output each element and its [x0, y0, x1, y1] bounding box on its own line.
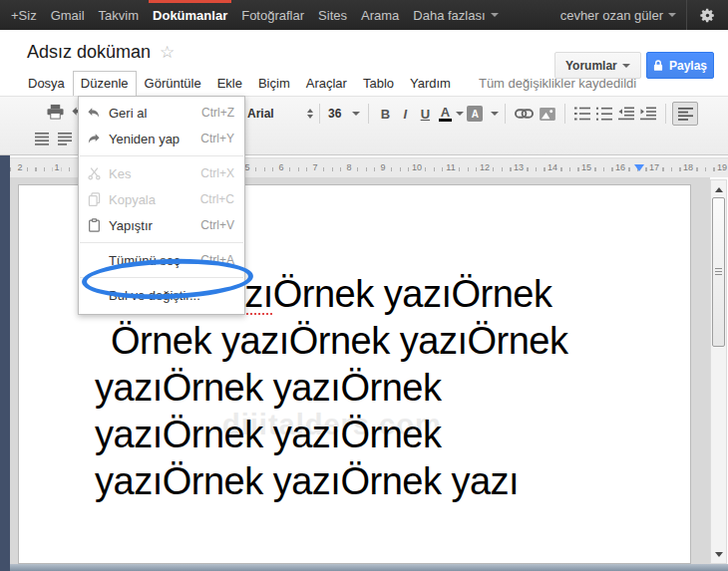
ruler-number: 14: [546, 162, 559, 172]
menu-item-yapistir[interactable]: Yapıştır Ctrl+V: [79, 212, 244, 238]
vertical-scrollbar[interactable]: [710, 179, 727, 564]
topbar-item-plus-siz[interactable]: +Siz: [4, 0, 44, 30]
doc-line-3: yazıÖrnek yazıÖrnek: [95, 365, 567, 412]
ruler-number: 8: [344, 162, 353, 172]
menu-yardim[interactable]: Yardım: [402, 71, 459, 96]
bulleted-list-icon: [596, 107, 612, 121]
ruler-number: 2: [15, 162, 24, 172]
menu-item-label: Kopyala: [109, 192, 200, 207]
menu-item-shortcut: Ctrl+Z: [201, 106, 244, 120]
share-button[interactable]: Paylaş: [646, 52, 714, 79]
ruler-number: 18: [681, 162, 695, 172]
justify-button[interactable]: [58, 133, 72, 145]
image-icon: [540, 108, 555, 121]
document-title-row: Adsız doküman: [27, 42, 175, 63]
topbar-item-gmail[interactable]: Gmail: [44, 0, 92, 30]
redo-icon: [79, 133, 109, 144]
chevron-down-icon: [622, 64, 630, 68]
ruler-number: 19: [715, 162, 728, 172]
font-size-select[interactable]: 36: [328, 107, 360, 121]
numbered-list-button[interactable]: [571, 102, 593, 126]
menu-goruntule[interactable]: Görüntüle: [137, 71, 209, 96]
link-icon: [515, 109, 534, 119]
google-topbar: +Siz Gmail Takvim Dokümanlar Fotoğraflar…: [0, 0, 728, 30]
print-button[interactable]: [47, 104, 64, 120]
insert-link-button[interactable]: [512, 102, 537, 126]
menu-item-shortcut: Ctrl+C: [200, 192, 244, 206]
highlight-color-button[interactable]: A: [464, 102, 486, 126]
bold-button[interactable]: B: [375, 102, 395, 126]
menu-item-shortcut: Ctrl+Y: [200, 132, 244, 145]
highlight-letter: A: [472, 109, 479, 120]
menu-dosya[interactable]: Dosya: [20, 71, 73, 96]
copy-icon: [79, 192, 109, 206]
text-color-swatch: [439, 119, 452, 122]
doc-line-2: Örnek yazıÖrnek yazıÖrnek: [95, 318, 567, 365]
stepper-icon: [307, 109, 313, 119]
topbar-nav: +Siz Gmail Takvim Dokümanlar Fotoğraflar…: [0, 0, 506, 30]
bulleted-list-button[interactable]: [593, 102, 615, 126]
align-left-button[interactable]: [672, 102, 698, 126]
page-title[interactable]: Adsız doküman: [27, 42, 151, 63]
triangle-down-icon: [715, 552, 723, 557]
scroll-down-button[interactable]: [711, 547, 726, 561]
menu-item-shortcut: Ctrl+V: [200, 218, 244, 232]
menu-araclar[interactable]: Araçlar: [298, 71, 355, 96]
line-spacing-button[interactable]: [35, 133, 49, 145]
doc-line-1-rest: Örnek yazıÖrnek: [273, 273, 552, 315]
ruler-number: 15: [579, 162, 593, 172]
divider: [368, 104, 369, 124]
menu-item-label: Kes: [109, 166, 200, 181]
settings-button[interactable]: [686, 0, 728, 30]
underline-button[interactable]: U: [415, 102, 435, 126]
outdent-button[interactable]: [615, 102, 637, 126]
scrollbar-thumb[interactable]: [712, 197, 725, 347]
insert-image-button[interactable]: [537, 102, 558, 126]
menu-item-label: Yapıştır: [109, 218, 200, 233]
toolbar-format-group: Arial 36 B I U A A: [247, 101, 698, 127]
scroll-up-button[interactable]: [711, 182, 726, 196]
topbar-item-dokumanlar[interactable]: Dokümanlar: [146, 0, 234, 30]
ruler-number: 12: [478, 162, 492, 172]
paste-icon: [79, 218, 109, 232]
ruler-number: 10: [410, 162, 424, 172]
topbar-item-sites[interactable]: Sites: [311, 0, 354, 30]
topbar-item-arama[interactable]: Arama: [354, 0, 406, 30]
menu-duzenle[interactable]: Düzenle: [73, 71, 137, 96]
menu-item-label: Yeniden yap: [109, 132, 200, 146]
menu-item-label: Geri al: [109, 106, 201, 121]
scissors-icon: [79, 167, 109, 180]
topbar-item-daha-fazlasi[interactable]: Daha fazlası: [406, 0, 505, 30]
justify-icon: [58, 133, 72, 145]
chevron-down-icon: [491, 13, 499, 17]
star-icon[interactable]: [160, 42, 175, 63]
menu-ekle[interactable]: Ekle: [209, 71, 250, 96]
chevron-down-icon[interactable]: [456, 112, 464, 116]
google-docs-window: +Siz Gmail Takvim Dokümanlar Fotoğraflar…: [0, 0, 728, 571]
topbar-account-area: cevher ozan güler: [550, 0, 728, 30]
ruler-number: 6: [276, 162, 285, 172]
divider: [564, 104, 565, 124]
topbar-item-fotograflar[interactable]: Fotoğraflar: [234, 0, 311, 30]
menu-item-kopyala[interactable]: Kopyala Ctrl+C: [79, 186, 244, 212]
account-menu[interactable]: cevher ozan güler: [550, 0, 686, 30]
menu-item-geri-al[interactable]: Geri al Ctrl+Z: [79, 100, 244, 126]
text-color-button[interactable]: A: [435, 102, 455, 126]
menu-item-yeniden-yap[interactable]: Yeniden yap Ctrl+Y: [79, 126, 244, 151]
chevron-down-icon[interactable]: [491, 112, 499, 116]
triangle-up-icon: [715, 187, 723, 192]
italic-button[interactable]: I: [395, 102, 415, 126]
menu-bicim[interactable]: Biçim: [250, 71, 298, 96]
menu-tablo[interactable]: Tablo: [355, 71, 402, 96]
topbar-item-takvim[interactable]: Takvim: [92, 0, 146, 30]
indent-marker[interactable]: [634, 164, 644, 171]
indent-button[interactable]: [637, 102, 659, 126]
chevron-down-icon: [668, 13, 676, 17]
numbered-list-icon: [574, 107, 590, 121]
divider: [80, 242, 243, 243]
underline-label: U: [421, 107, 430, 122]
menu-item-kes[interactable]: Kes Ctrl+X: [79, 160, 244, 186]
font-family-select[interactable]: Arial: [247, 107, 313, 121]
text-color-letter: A: [441, 107, 450, 118]
menu-item-shortcut: Ctrl+X: [200, 166, 244, 180]
